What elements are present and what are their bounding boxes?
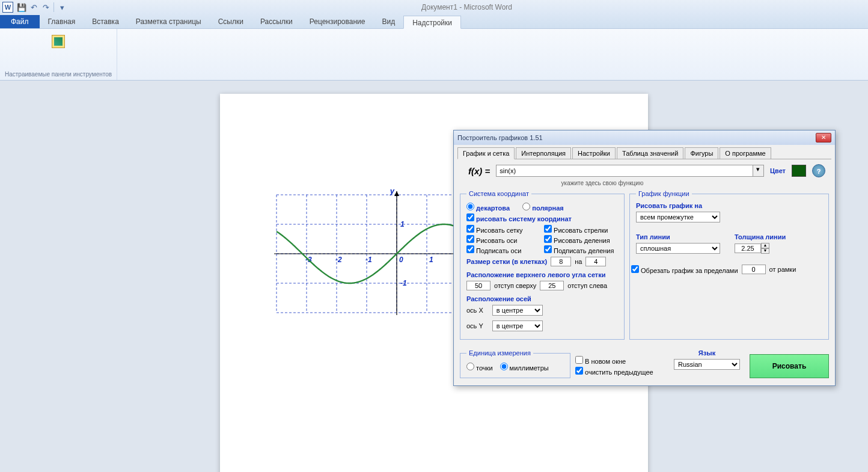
- ribbon-group-custom-toolbars: Настраиваемые панели инструментов: [0, 29, 117, 80]
- qat-dropdown-icon[interactable]: ▾: [56, 1, 68, 13]
- coord-system-legend: Система координат: [466, 190, 531, 197]
- offset-left-label: отступ слева: [567, 282, 607, 289]
- grid-size-sep: на: [575, 258, 582, 265]
- svg-text:-2: -2: [335, 256, 342, 264]
- svg-text:1: 1: [400, 220, 405, 228]
- dialog-tabstrip: График и сетка Интерполяция Настройки Та…: [454, 145, 835, 159]
- radio-units-mm[interactable]: миллиметры: [500, 363, 549, 372]
- ribbon-tab-mailings[interactable]: Рассылки: [252, 15, 301, 28]
- offset-top-label: отступ сверху: [494, 282, 536, 289]
- line-type-select[interactable]: сплошная: [636, 243, 720, 254]
- radio-polar[interactable]: полярная: [522, 203, 563, 212]
- plot-builder-button[interactable]: [52, 35, 65, 48]
- undo-icon[interactable]: ↶: [28, 1, 40, 13]
- title-bar: W 💾 ↶ ↷ ▾ Документ1 - Microsoft Word: [0, 0, 868, 14]
- lang-fieldset: Язык Russian: [669, 349, 740, 378]
- func-graph-fieldset: График функции Рисовать график на всем п…: [629, 190, 829, 340]
- qat-separator: [53, 2, 54, 12]
- coord-system-fieldset: Система координат декартова полярная рис…: [460, 190, 625, 340]
- checkbox-draw-arrows[interactable]: Рисовать стрелки: [544, 225, 618, 234]
- svg-text:-1: -1: [400, 279, 407, 287]
- line-width-input[interactable]: [735, 244, 761, 253]
- function-input[interactable]: [496, 165, 753, 177]
- func-graph-legend: График функции: [636, 190, 692, 197]
- draw-on-select[interactable]: всем промежутке: [636, 212, 720, 222]
- checkbox-draw-grid[interactable]: Рисовать сетку: [466, 225, 540, 234]
- checkbox-label-ticks[interactable]: Подписать деления: [544, 245, 618, 254]
- spin-up-icon[interactable]: ▲: [761, 243, 769, 248]
- ribbon-group-label: Настраиваемые панели инструментов: [5, 71, 112, 78]
- units-legend: Единица измерения: [466, 349, 533, 357]
- app-title: Документ1 - Microsoft Word: [68, 3, 866, 11]
- ribbon-tab-review[interactable]: Рецензирование: [301, 15, 374, 28]
- file-tab[interactable]: Файл: [0, 15, 40, 28]
- line-width-spinner[interactable]: ▲▼: [735, 243, 786, 254]
- plot-builder-icon: [54, 37, 63, 46]
- grid-height-input[interactable]: [585, 257, 606, 266]
- save-icon[interactable]: 💾: [16, 1, 28, 13]
- spin-down-icon[interactable]: ▼: [761, 248, 769, 254]
- lang-select[interactable]: Russian: [674, 359, 740, 370]
- clip-value-input[interactable]: [742, 265, 766, 274]
- radio-cartesian[interactable]: декартова: [466, 203, 510, 212]
- lang-label: Язык: [674, 349, 740, 357]
- function-hint: укажите здесь свою функцию: [454, 180, 751, 186]
- function-dropdown-icon[interactable]: ▾: [753, 165, 764, 177]
- fx-prefix: f(x) =: [468, 166, 490, 176]
- ribbon-tab-insert[interactable]: Вставка: [84, 15, 127, 28]
- dtab-graph-grid[interactable]: График и сетка: [457, 147, 515, 159]
- axis-y-select[interactable]: в центре: [492, 320, 543, 331]
- ribbon-tab-page-layout[interactable]: Разметка страницы: [127, 15, 210, 28]
- line-type-label: Тип линии: [636, 233, 720, 241]
- svg-text:0: 0: [399, 256, 403, 264]
- axis-x-label: ось X: [466, 307, 483, 314]
- ribbon-tab-view[interactable]: Вид: [373, 15, 403, 28]
- grid-size-label: Размер сетки (в клетках): [466, 258, 547, 265]
- units-fieldset: Единица измерения точки миллиметры: [460, 349, 570, 378]
- ribbon-tab-references[interactable]: Ссылки: [210, 15, 252, 28]
- axis-y-label: ось Y: [466, 322, 483, 329]
- color-label: Цвет: [770, 167, 786, 174]
- grid-width-input[interactable]: [551, 257, 571, 266]
- redo-icon[interactable]: ↷: [40, 1, 52, 13]
- axis-x-select[interactable]: в центре: [492, 305, 543, 316]
- ribbon-tab-home[interactable]: Главная: [40, 15, 84, 28]
- dtab-settings[interactable]: Настройки: [572, 147, 616, 159]
- clip-suffix: от рамки: [769, 266, 796, 273]
- color-picker[interactable]: [792, 165, 806, 177]
- ribbon-tab-addins[interactable]: Надстройки: [403, 16, 461, 29]
- dtab-about[interactable]: О программе: [720, 147, 771, 159]
- svg-marker-17: [394, 191, 399, 196]
- checkbox-draw-axes[interactable]: Рисовать оси: [466, 235, 540, 244]
- word-icon: W: [2, 2, 13, 13]
- help-button[interactable]: ?: [812, 164, 825, 177]
- offset-label: Расположение верхнего левого угла сетки: [466, 271, 618, 278]
- dtab-interpolation[interactable]: Интерполяция: [516, 147, 571, 159]
- ribbon-body: Настраиваемые панели инструментов: [0, 29, 868, 81]
- svg-text:y: y: [390, 186, 395, 195]
- checkbox-clip[interactable]: Обрезать график за пределами: [631, 265, 738, 274]
- axes-pos-label: Расположение осей: [466, 295, 618, 302]
- offset-top-input[interactable]: [466, 281, 491, 290]
- dtab-value-table[interactable]: Таблица значений: [617, 147, 683, 159]
- function-row: f(x) = ▾ Цвет ?: [454, 163, 835, 179]
- dialog-bottom: Единица измерения точки миллиметры В нов…: [454, 346, 835, 385]
- checkbox-new-window[interactable]: В новом окне: [575, 356, 626, 365]
- close-button[interactable]: ✕: [816, 133, 831, 143]
- line-width-label: Толщина линии: [735, 233, 786, 241]
- svg-text:1: 1: [429, 256, 433, 264]
- checkbox-label-axes[interactable]: Подписать оси: [466, 245, 540, 254]
- dialog-title: Построитель графиков 1.51: [457, 134, 816, 141]
- dtab-shapes[interactable]: Фигуры: [685, 147, 718, 159]
- checkbox-draw-system[interactable]: рисовать систему координат: [466, 213, 572, 222]
- checkbox-clear-prev[interactable]: очистить предыдущее: [575, 367, 653, 376]
- checkbox-draw-ticks[interactable]: Рисовать деления: [544, 235, 618, 244]
- draw-on-label: Рисовать график на: [636, 202, 822, 209]
- radio-units-points[interactable]: точки: [466, 363, 493, 372]
- draw-button[interactable]: Рисовать: [750, 354, 829, 378]
- dialog-titlebar[interactable]: Построитель графиков 1.51 ✕: [454, 130, 835, 145]
- offset-left-input[interactable]: [540, 281, 564, 290]
- ribbon-tabstrip: Файл Главная Вставка Разметка страницы С…: [0, 14, 868, 29]
- svg-text:-1: -1: [365, 256, 372, 264]
- plot-builder-dialog: Построитель графиков 1.51 ✕ График и сет…: [453, 130, 836, 386]
